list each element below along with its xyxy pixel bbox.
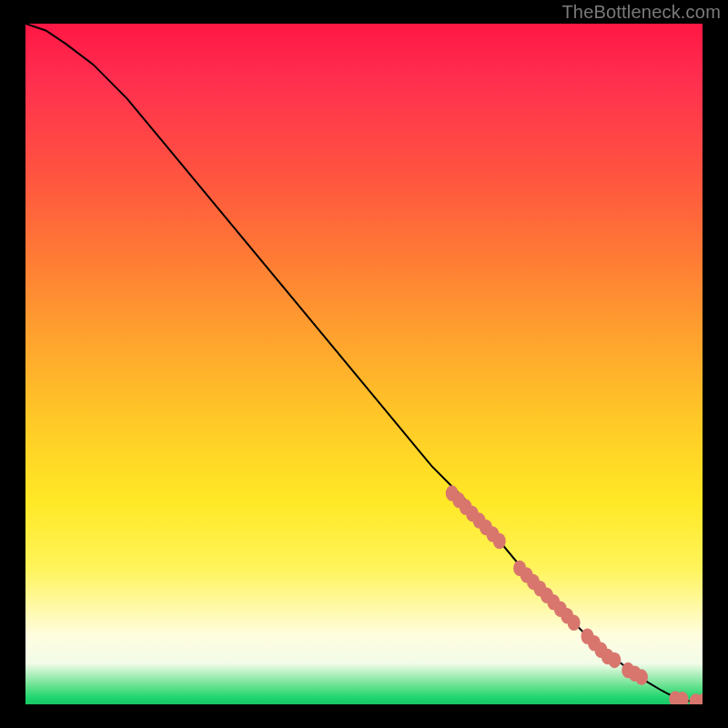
data-marker (608, 652, 621, 669)
plot-svg (25, 24, 703, 704)
plot-area (25, 24, 703, 704)
chart-frame: TheBottleneck.com (0, 0, 728, 728)
marker-group (446, 485, 703, 704)
data-marker (568, 614, 581, 631)
data-marker (635, 669, 648, 685)
attribution-text: TheBottleneck.com (561, 2, 721, 23)
data-marker (493, 533, 506, 550)
curve-line (25, 24, 703, 702)
